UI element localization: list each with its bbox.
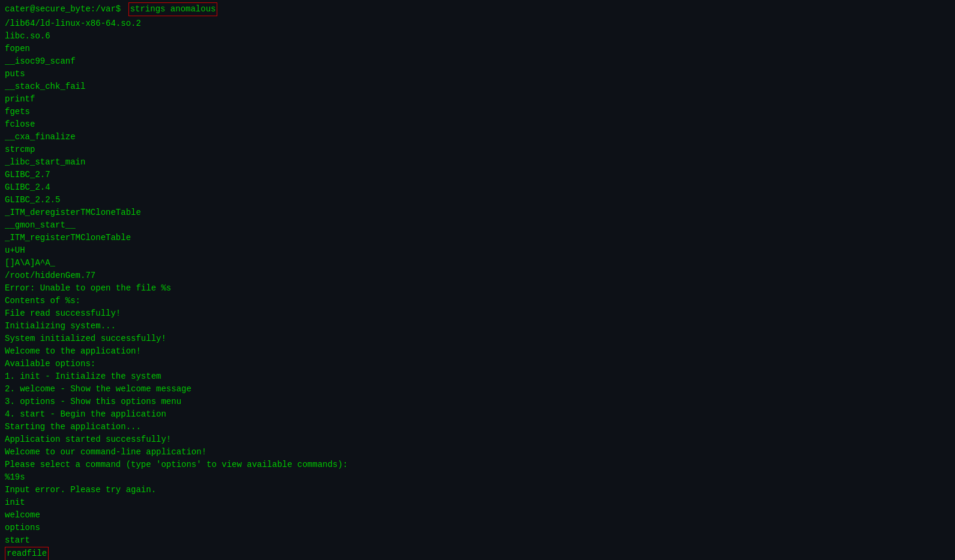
output-line: File read successfully! bbox=[5, 307, 950, 320]
output-line: fclose bbox=[5, 118, 950, 131]
output-line: init bbox=[5, 496, 950, 509]
prompt-path: :/var$ bbox=[91, 3, 121, 16]
output-line: Starting the application... bbox=[5, 421, 950, 433]
output-line: Available options: bbox=[5, 358, 950, 370]
output-line: Please select a command (type 'options' … bbox=[5, 459, 950, 471]
output-line: Application started successfully! bbox=[5, 433, 950, 446]
output-line: options bbox=[5, 522, 950, 534]
output-line: 1. init - Initialize the system bbox=[5, 370, 950, 383]
output-line: u+UH bbox=[5, 244, 950, 257]
output-line: GLIBC_2.7 bbox=[5, 169, 950, 181]
command-highlight: strings anomalous bbox=[128, 2, 218, 16]
output-line: Initializing system... bbox=[5, 320, 950, 333]
output-line: __stack_chk_fail bbox=[5, 80, 950, 93]
output-line: __cxa_finalize bbox=[5, 131, 950, 143]
output-line: Input error. Please try again. bbox=[5, 484, 950, 496]
output-line: _libc_start_main bbox=[5, 156, 950, 169]
output-line: []A\A]A^A_ bbox=[5, 257, 950, 269]
prompt-line: cater@secure_byte :/var$ strings anomalo… bbox=[5, 2, 950, 16]
output-line: System initialized successfully! bbox=[5, 333, 950, 345]
output-line: _ITM_registerTMCloneTable bbox=[5, 232, 950, 244]
output-line: /root/hiddenGem.77 bbox=[5, 269, 950, 282]
output-line: start bbox=[5, 534, 950, 547]
output-line: fopen bbox=[5, 43, 950, 55]
output-line: /lib64/ld-linux-x86-64.so.2 bbox=[5, 17, 950, 30]
output-line: Welcome to the application! bbox=[5, 345, 950, 358]
prompt-user: cater@secure_byte bbox=[5, 3, 91, 16]
output-line: libc.so.6 bbox=[5, 30, 950, 43]
output-group-1: /lib64/ld-linux-x86-64.so.2libc.so.6fope… bbox=[5, 17, 950, 547]
output-line: %19s bbox=[5, 471, 950, 484]
output-line: GLIBC_2.4 bbox=[5, 181, 950, 194]
output-line: welcome bbox=[5, 509, 950, 522]
output-line: puts bbox=[5, 68, 950, 80]
output-line: Welcome to our command-line application! bbox=[5, 446, 950, 459]
output-line: Contents of %s: bbox=[5, 295, 950, 307]
terminal-window: cater@secure_byte :/var$ strings anomalo… bbox=[0, 0, 955, 560]
output-line: 4. start - Begin the application bbox=[5, 408, 950, 421]
prompt-dollar bbox=[121, 3, 125, 16]
output-line: __isoc99_scanf bbox=[5, 55, 950, 68]
output-line: fgets bbox=[5, 106, 950, 118]
readfile-line-container: readfile bbox=[5, 547, 950, 560]
output-line: __gmon_start__ bbox=[5, 219, 950, 232]
output-line: _ITM_deregisterTMCloneTable bbox=[5, 206, 950, 219]
output-line: GLIBC_2.2.5 bbox=[5, 194, 950, 206]
output-line: strcmp bbox=[5, 143, 950, 156]
output-line: 2. welcome - Show the welcome message bbox=[5, 383, 950, 396]
output-line: Error: Unable to open the file %s bbox=[5, 282, 950, 295]
output-line: printf bbox=[5, 93, 950, 106]
output-line: 3. options - Show this options menu bbox=[5, 396, 950, 408]
readfile-highlight: readfile bbox=[5, 547, 49, 560]
